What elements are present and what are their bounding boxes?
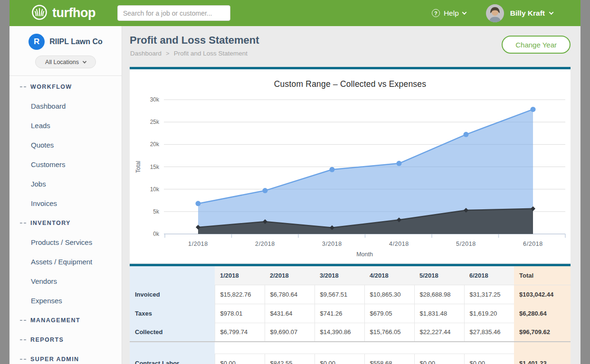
company-name: RIIPL Lawn Co bbox=[49, 37, 103, 46]
table-cell: $14,390.86 bbox=[314, 323, 364, 342]
top-navbar: turfhop ? Help Billy Kraft bbox=[10, 0, 580, 26]
table-cell: $1,619.20 bbox=[464, 304, 514, 323]
table-cell: $558.68 bbox=[364, 354, 414, 364]
table-cell: $22,227.44 bbox=[414, 323, 464, 342]
sidebar: R RIIPL Lawn Co All Locations WORKFLOW D… bbox=[10, 26, 122, 364]
chart-canvas: 0k5k10k15k20k25k30k1/20182/20183/20184/2… bbox=[130, 72, 571, 263]
breadcrumb-dashboard[interactable]: Dashboard bbox=[130, 50, 162, 57]
brand-name: turfhop bbox=[52, 6, 95, 20]
row-label: Taxes bbox=[130, 304, 215, 323]
sidebar-item-expenses[interactable]: Expenses bbox=[10, 291, 122, 310]
col-header: 4/2018 bbox=[364, 266, 414, 285]
table-row-taxes: Taxes $978.01 $431.64 $741.26 $679.05 $1… bbox=[130, 304, 571, 323]
sidebar-item-invoices[interactable]: Invoices bbox=[10, 194, 122, 213]
table-cell: $978.01 bbox=[215, 304, 265, 323]
table-row-invoiced: Invoiced $15,822.76 $6,780.64 $9,567.51 … bbox=[130, 285, 571, 304]
table-cell: $9,690.07 bbox=[265, 323, 314, 342]
col-header: 2/2018 bbox=[265, 266, 314, 285]
table-cell: $0.00 bbox=[414, 354, 464, 364]
dashes-icon bbox=[20, 359, 26, 360]
table-corner-cell bbox=[130, 266, 215, 285]
table-row-contract-labor: Contract Labor $0.00 $842.55 $0.00 $558.… bbox=[130, 354, 571, 364]
brand-logo[interactable]: turfhop bbox=[31, 4, 95, 22]
sidebar-section-management[interactable]: MANAGEMENT bbox=[10, 310, 122, 330]
col-header: 1/2018 bbox=[215, 266, 265, 285]
chevron-right-icon: > bbox=[166, 50, 170, 57]
row-label: Invoiced bbox=[130, 285, 215, 304]
sidebar-section-reports[interactable]: REPORTS bbox=[10, 330, 122, 349]
change-year-button[interactable]: Change Year bbox=[502, 36, 571, 54]
svg-text:3/2018: 3/2018 bbox=[322, 241, 342, 247]
table-cell-total: $1,401.23 bbox=[514, 354, 571, 364]
sidebar-section-super-admin[interactable]: SUPER ADMIN bbox=[10, 349, 122, 364]
sidebar-item-products-services[interactable]: Products / Services bbox=[10, 233, 122, 252]
svg-text:15k: 15k bbox=[150, 164, 160, 170]
sidebar-item-vendors[interactable]: Vendors bbox=[10, 271, 122, 291]
company-badge: R bbox=[29, 34, 45, 50]
table-cell-total: $96,709.62 bbox=[514, 323, 571, 342]
table-cell: $741.26 bbox=[314, 304, 364, 323]
user-avatar[interactable] bbox=[486, 4, 504, 22]
chevron-down-icon bbox=[462, 10, 466, 15]
dashes-icon bbox=[20, 223, 26, 224]
sidebar-company-block: R RIIPL Lawn Co All Locations bbox=[10, 26, 122, 76]
table-cell: $0.00 bbox=[215, 354, 265, 364]
svg-text:1/2018: 1/2018 bbox=[188, 241, 208, 247]
window-gutter-left bbox=[0, 0, 10, 364]
svg-text:5/2018: 5/2018 bbox=[456, 241, 476, 247]
table-cell-total: $6,280.64 bbox=[514, 304, 571, 323]
main-content: Profit and Loss Statement Dashboard > Pr… bbox=[122, 26, 580, 364]
sidebar-section-workflow[interactable]: WORKFLOW bbox=[10, 77, 122, 96]
table-cell: $6,799.74 bbox=[215, 323, 265, 342]
dashes-icon bbox=[20, 339, 26, 340]
chevron-down-icon bbox=[549, 10, 554, 15]
table-cell: $431.64 bbox=[265, 304, 314, 323]
app-window: turfhop ? Help Billy Kraft bbox=[10, 0, 580, 364]
page-title: Profit and Loss Statement bbox=[130, 34, 259, 47]
user-menu[interactable]: Billy Kraft bbox=[510, 9, 553, 18]
table-cell: $0.00 bbox=[464, 354, 514, 364]
sidebar-item-customers[interactable]: Customers bbox=[10, 155, 122, 174]
sidebar-section-inventory[interactable]: INVENTORY bbox=[10, 213, 122, 233]
table-cell: $28,688.98 bbox=[414, 285, 464, 304]
sidebar-item-quotes[interactable]: Quotes bbox=[10, 135, 122, 155]
table-row-collected: Collected $6,799.74 $9,690.07 $14,390.86… bbox=[130, 323, 571, 342]
row-label: Collected bbox=[130, 323, 215, 342]
locations-label: All Locations bbox=[45, 59, 79, 65]
search-input[interactable] bbox=[117, 5, 230, 21]
table-cell: $15,822.76 bbox=[215, 285, 265, 304]
help-label: Help bbox=[444, 9, 459, 18]
pl-table: 1/2018 2/2018 3/2018 4/2018 5/2018 6/201… bbox=[130, 266, 571, 364]
table-section-gap bbox=[130, 342, 571, 354]
table-cell: $15,766.05 bbox=[364, 323, 414, 342]
sidebar-item-assets-equipment[interactable]: Assets / Equipment bbox=[10, 252, 122, 271]
sidebar-item-dashboard[interactable]: Dashboard bbox=[10, 96, 122, 116]
col-header: 3/2018 bbox=[314, 266, 364, 285]
svg-text:10k: 10k bbox=[150, 186, 160, 193]
svg-text:2/2018: 2/2018 bbox=[255, 241, 275, 247]
col-header-total: Total bbox=[514, 266, 571, 285]
help-icon: ? bbox=[432, 9, 440, 17]
svg-text:5k: 5k bbox=[153, 208, 160, 215]
grass-logo-icon bbox=[31, 4, 48, 22]
svg-text:25k: 25k bbox=[150, 119, 160, 125]
sidebar-item-leads[interactable]: Leads bbox=[10, 116, 122, 135]
table-cell-total: $103,042.44 bbox=[514, 285, 571, 304]
svg-text:6/2018: 6/2018 bbox=[523, 241, 543, 247]
table-cell: $31,317.25 bbox=[464, 285, 514, 304]
table-cell: $9,567.51 bbox=[314, 285, 364, 304]
table-cell: $27,835.46 bbox=[464, 323, 514, 342]
help-menu[interactable]: ? Help bbox=[432, 9, 466, 18]
col-header: 5/2018 bbox=[414, 266, 464, 285]
sidebar-item-jobs[interactable]: Jobs bbox=[10, 174, 122, 194]
svg-text:20k: 20k bbox=[150, 141, 160, 148]
window-gutter-right bbox=[580, 0, 590, 364]
svg-text:Month: Month bbox=[356, 251, 373, 258]
dashes-icon bbox=[20, 320, 26, 321]
table-cell: $0.00 bbox=[314, 354, 364, 364]
table-cell: $10,865.30 bbox=[364, 285, 414, 304]
row-label: Contract Labor bbox=[130, 354, 215, 364]
locations-dropdown[interactable]: All Locations bbox=[35, 56, 96, 68]
svg-text:30k: 30k bbox=[150, 96, 160, 103]
table-cell: $6,780.64 bbox=[265, 285, 314, 304]
